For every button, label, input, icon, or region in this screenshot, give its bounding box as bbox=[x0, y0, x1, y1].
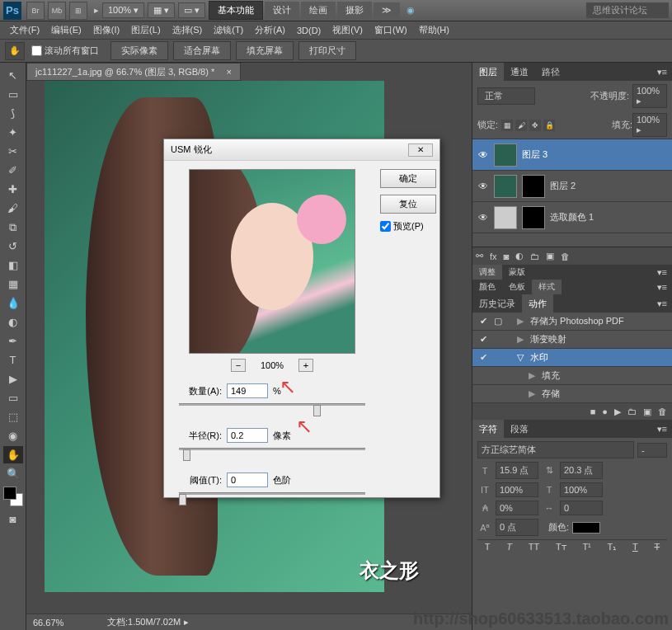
disclosure-triangle-icon[interactable]: ▶ bbox=[517, 334, 524, 345]
foreground-color-swatch[interactable] bbox=[3, 487, 16, 500]
action-toggle-icon[interactable]: ✔ bbox=[476, 352, 491, 363]
tab-masks[interactable]: 蒙版 bbox=[502, 265, 532, 280]
screen-mode-dropdown[interactable]: ▭ ▾ bbox=[178, 2, 205, 18]
baseline-input[interactable]: 0 点 bbox=[496, 519, 538, 536]
action-row[interactable]: ✔ ▶ 渐变映射 bbox=[472, 331, 672, 349]
view-extras-icon[interactable]: ⊞ bbox=[69, 2, 87, 20]
3d-camera-tool-icon[interactable]: ◉ bbox=[3, 427, 23, 444]
action-row[interactable]: ✔▢ ▶ 存储为 Photoshop PDF bbox=[472, 313, 672, 331]
visibility-eye-icon[interactable]: 👁 bbox=[472, 181, 494, 192]
faux-italic-icon[interactable]: T bbox=[506, 542, 512, 552]
print-size-button[interactable]: 打印尺寸 bbox=[298, 41, 356, 60]
tab-swatches[interactable]: 色板 bbox=[502, 280, 532, 294]
brush-tool-icon[interactable]: 🖌 bbox=[3, 200, 23, 217]
panel-menu-icon[interactable]: ▾≡ bbox=[652, 424, 672, 435]
3d-tool-icon[interactable]: ⬚ bbox=[3, 408, 23, 425]
clone-stamp-tool-icon[interactable]: ⧉ bbox=[3, 219, 23, 236]
lock-position-icon[interactable]: ✥ bbox=[529, 120, 541, 131]
menu-help[interactable]: 帮助(H) bbox=[414, 22, 454, 38]
opacity-input[interactable]: 100% ▸ bbox=[632, 84, 667, 108]
actual-pixels-button[interactable]: 实际像素 bbox=[110, 41, 168, 60]
workspace-essentials-button[interactable]: 基本功能 bbox=[209, 1, 263, 20]
stop-action-icon[interactable]: ■ bbox=[590, 407, 596, 416]
menu-3d[interactable]: 3D(D) bbox=[292, 24, 326, 37]
minibridge-icon[interactable]: Mb bbox=[48, 2, 66, 20]
small-caps-icon[interactable]: Tᴛ bbox=[556, 542, 566, 552]
status-zoom[interactable]: 66.67% bbox=[33, 618, 91, 628]
subscript-icon[interactable]: T₁ bbox=[608, 542, 617, 552]
scroll-all-windows-checkbox[interactable]: 滚动所有窗口 bbox=[31, 45, 99, 57]
eraser-tool-icon[interactable]: ◧ bbox=[3, 256, 23, 274]
disclosure-triangle-icon[interactable]: ▽ bbox=[517, 352, 524, 363]
menu-image[interactable]: 图像(I) bbox=[88, 22, 125, 38]
radius-slider[interactable] bbox=[179, 448, 365, 461]
tab-actions[interactable]: 动作 bbox=[522, 294, 553, 313]
dialog-titlebar[interactable]: USM 锐化 ✕ bbox=[164, 139, 439, 161]
marquee-tool-icon[interactable]: ▭ bbox=[3, 86, 23, 103]
lock-pixels-icon[interactable]: 🖌 bbox=[515, 120, 527, 131]
dodge-tool-icon[interactable]: ◐ bbox=[3, 313, 23, 331]
close-tab-icon[interactable]: × bbox=[227, 67, 232, 77]
menu-layer[interactable]: 图层(L) bbox=[126, 22, 165, 38]
menu-edit[interactable]: 编辑(E) bbox=[46, 22, 87, 38]
text-color-swatch[interactable] bbox=[572, 522, 600, 534]
menu-select[interactable]: 选择(S) bbox=[167, 22, 208, 38]
quick-select-tool-icon[interactable]: ✦ bbox=[3, 124, 23, 141]
layer-name[interactable]: 图层 3 bbox=[522, 148, 547, 161]
all-caps-icon[interactable]: TT bbox=[529, 542, 539, 552]
zoom-in-button[interactable]: + bbox=[298, 359, 313, 372]
workspace-photography-button[interactable]: 摄影 bbox=[337, 2, 372, 19]
blend-mode-dropdown[interactable]: 正常 bbox=[477, 87, 535, 105]
action-row[interactable]: ▶ 填充 bbox=[472, 367, 672, 385]
quick-mask-icon[interactable]: ◙ bbox=[3, 510, 23, 528]
fill-screen-button[interactable]: 填充屏幕 bbox=[236, 41, 294, 60]
layer-row[interactable]: 👁 图层 3 bbox=[472, 139, 672, 171]
bridge-icon[interactable]: Br bbox=[26, 2, 45, 20]
kerning-input[interactable]: 0 bbox=[560, 501, 603, 515]
layer-thumbnail[interactable] bbox=[494, 175, 517, 198]
tab-paragraph[interactable]: 段落 bbox=[504, 420, 535, 439]
lasso-tool-icon[interactable]: ⟆ bbox=[3, 105, 23, 122]
tracking-input[interactable]: 0% bbox=[496, 501, 538, 515]
workspace-more-button[interactable]: ≫ bbox=[374, 2, 400, 18]
dialog-close-button[interactable]: ✕ bbox=[408, 143, 433, 157]
threshold-slider[interactable] bbox=[179, 492, 365, 505]
strikethrough-icon[interactable]: T bbox=[654, 542, 660, 552]
new-action-icon[interactable]: ▣ bbox=[643, 407, 651, 417]
workspace-painting-button[interactable]: 绘画 bbox=[301, 2, 336, 19]
menu-file[interactable]: 文件(F) bbox=[5, 22, 45, 38]
disclosure-triangle-icon[interactable]: ▶ bbox=[529, 388, 535, 399]
radius-input[interactable] bbox=[227, 428, 268, 443]
hand-tool-icon[interactable]: ✋ bbox=[3, 446, 23, 463]
tab-styles[interactable]: 样式 bbox=[532, 280, 562, 294]
blur-tool-icon[interactable]: 💧 bbox=[3, 294, 23, 312]
disclosure-triangle-icon[interactable]: ▶ bbox=[529, 370, 535, 381]
new-group-icon[interactable]: 🗀 bbox=[530, 252, 539, 261]
font-size-input[interactable]: 15.9 点 bbox=[496, 462, 538, 479]
zoom-level-dropdown[interactable]: 100% ▾ bbox=[102, 2, 144, 18]
tab-history[interactable]: 历史记录 bbox=[472, 294, 522, 313]
layer-mask-thumbnail[interactable] bbox=[522, 206, 545, 229]
layer-thumbnail[interactable] bbox=[494, 143, 517, 167]
workspace-design-button[interactable]: 设计 bbox=[265, 2, 299, 19]
disclosure-triangle-icon[interactable]: ▶ bbox=[517, 316, 524, 327]
zoom-out-button[interactable]: − bbox=[231, 359, 246, 372]
menu-view[interactable]: 视图(V) bbox=[327, 22, 368, 38]
shape-tool-icon[interactable]: ▭ bbox=[3, 389, 23, 407]
underline-icon[interactable]: T bbox=[632, 542, 638, 552]
history-brush-tool-icon[interactable]: ↺ bbox=[3, 237, 23, 255]
layer-mask-thumbnail[interactable] bbox=[522, 175, 545, 198]
visibility-eye-icon[interactable]: 👁 bbox=[472, 212, 494, 223]
arrange-documents-dropdown[interactable]: ▦ ▾ bbox=[148, 2, 175, 18]
adjustment-layer-icon[interactable]: ◐ bbox=[515, 251, 524, 261]
record-action-icon[interactable]: ● bbox=[602, 407, 608, 416]
status-arrow-icon[interactable]: ▸ bbox=[184, 617, 189, 628]
fill-input[interactable]: 100% ▸ bbox=[632, 113, 667, 137]
tab-character[interactable]: 字符 bbox=[472, 420, 504, 439]
path-select-tool-icon[interactable]: ▶ bbox=[3, 370, 23, 388]
pen-tool-icon[interactable]: ✒ bbox=[3, 332, 23, 350]
menu-window[interactable]: 窗口(W) bbox=[369, 22, 412, 38]
delete-layer-icon[interactable]: 🗑 bbox=[561, 252, 570, 261]
filter-preview[interactable] bbox=[189, 169, 355, 354]
preview-checkbox[interactable]: 预览(P) bbox=[380, 220, 431, 233]
